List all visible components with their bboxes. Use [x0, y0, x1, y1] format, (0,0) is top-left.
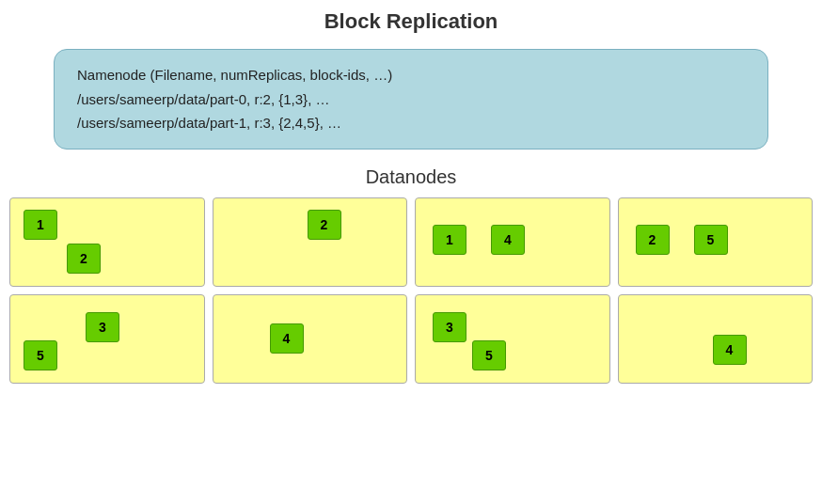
dn-row0-col1: 2 [213, 197, 408, 287]
block-2-in-dn-row0-col3: 2 [636, 225, 670, 255]
namenode-line-2: /users/sameerp/data/part-0, r:2, {1,3}, … [77, 87, 745, 112]
block-4-in-dn-row0-col2: 4 [491, 225, 525, 255]
datanodes-label: Datanodes [0, 166, 822, 188]
block-5-in-dn-row1-col0: 5 [24, 340, 57, 370]
block-3-in-dn-row1-col0: 3 [86, 312, 119, 342]
page-title: Block Replication [0, 0, 822, 41]
block-1-in-dn-row0-col2: 1 [433, 225, 466, 255]
block-3-in-dn-row1-col2: 3 [433, 312, 466, 342]
block-2-in-dn-row0-col1: 2 [308, 210, 341, 240]
namenode-line-3: /users/sameerp/data/part-1, r:3, {2,4,5}… [77, 111, 745, 135]
datanode-grid: 1221425534354 [9, 197, 813, 384]
namenode-box: Namenode (Filename, numReplicas, block-i… [54, 49, 768, 150]
block-1-in-dn-row0-col0: 1 [24, 210, 57, 240]
dn-row0-col3: 25 [618, 197, 814, 287]
namenode-line-1: Namenode (Filename, numReplicas, block-i… [77, 63, 745, 87]
block-2-in-dn-row0-col0: 2 [67, 244, 101, 274]
block-4-in-dn-row1-col3: 4 [713, 335, 747, 365]
block-5-in-dn-row0-col3: 5 [694, 225, 728, 255]
block-5-in-dn-row1-col2: 5 [472, 340, 506, 370]
dn-row1-col1: 4 [213, 294, 408, 384]
dn-row0-col2: 14 [415, 197, 610, 287]
block-4-in-dn-row1-col1: 4 [270, 323, 304, 354]
dn-row1-col2: 35 [415, 294, 610, 384]
dn-row1-col3: 4 [618, 294, 814, 384]
dn-row0-col0: 12 [9, 197, 205, 287]
dn-row1-col0: 53 [9, 294, 205, 384]
